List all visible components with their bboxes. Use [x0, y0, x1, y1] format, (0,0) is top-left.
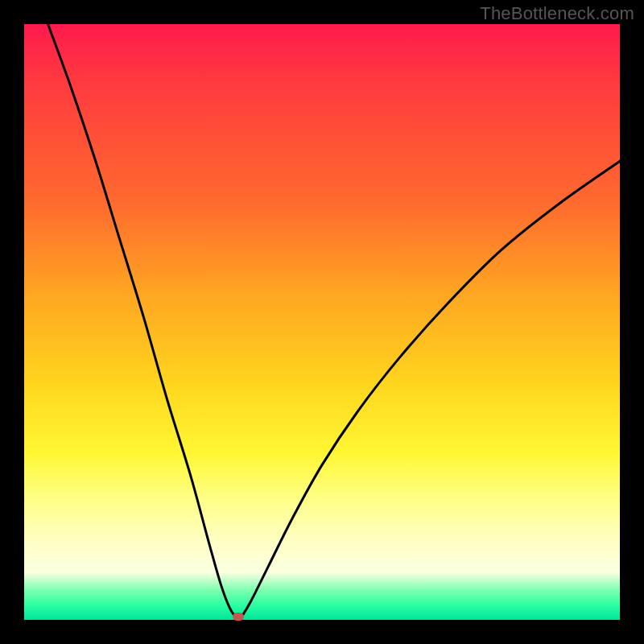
- chart-frame: TheBottleneck.com: [0, 0, 644, 644]
- curve-path: [48, 24, 620, 617]
- bottleneck-curve: [24, 24, 620, 620]
- minimum-marker: [233, 613, 244, 621]
- watermark-text: TheBottleneck.com: [480, 3, 634, 24]
